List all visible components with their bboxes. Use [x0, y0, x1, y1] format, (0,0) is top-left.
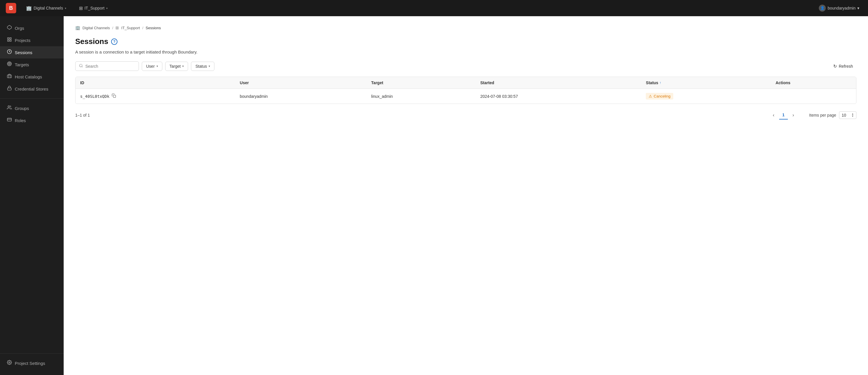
svg-rect-1	[7, 38, 9, 39]
session-target-cell: linux_admin	[367, 89, 476, 104]
session-id-cell: s_40SL0txQDk	[75, 89, 235, 104]
status-filter-button[interactable]: Status ▾	[191, 62, 214, 71]
sidebar-item-roles-label: Roles	[15, 118, 26, 123]
col-header-target: Target	[367, 77, 476, 89]
org-icon: 🏢	[26, 5, 32, 11]
sidebar-item-projects[interactable]: Projects	[0, 34, 64, 46]
search-box[interactable]	[75, 61, 139, 71]
svg-rect-10	[7, 88, 11, 90]
svg-rect-3	[7, 40, 9, 41]
topnav: B 🏢 Digital Channels ▾ ⊞ IT_Support ▾ 👤 …	[0, 0, 868, 16]
breadcrumb-sep-1: /	[112, 26, 114, 30]
target-filter-button[interactable]: Target ▾	[165, 62, 188, 71]
user-filter-button[interactable]: User ▾	[142, 62, 162, 71]
sidebar-item-groups-label: Groups	[15, 106, 29, 111]
sidebar-item-targets[interactable]: Targets	[0, 58, 64, 71]
project-chevron-icon: ▾	[106, 7, 107, 10]
sidebar-item-host-catalogs[interactable]: Host Catalogs	[0, 71, 64, 83]
orgs-icon	[7, 25, 12, 31]
prev-page-button[interactable]: ‹	[769, 111, 778, 120]
sidebar-item-credential-stores-label: Credential Stores	[15, 87, 48, 91]
search-icon	[79, 64, 83, 69]
user-avatar-icon: 👤	[819, 5, 826, 11]
warning-icon: ⚠	[649, 94, 652, 98]
table-header-row: ID User Target Started Status ↑ Actions	[75, 77, 856, 89]
user-label: boundaryadmin	[828, 6, 856, 10]
host-catalogs-icon	[7, 73, 12, 80]
sidebar-item-orgs-label: Orgs	[15, 26, 24, 31]
current-page-number[interactable]: 1	[779, 111, 788, 120]
next-page-button[interactable]: ›	[789, 111, 798, 120]
sidebar-item-projects-label: Projects	[15, 38, 30, 43]
page-description: A session is a connection to a target in…	[75, 50, 857, 54]
org-label: Digital Channels	[34, 6, 63, 10]
svg-point-14	[9, 362, 10, 363]
sidebar-item-roles[interactable]: Roles	[0, 114, 64, 126]
project-label: IT_Support	[85, 6, 104, 10]
pagination-range: 1–1 of 1	[75, 113, 90, 118]
svg-point-7	[8, 63, 11, 65]
refresh-button[interactable]: ↻ Refresh	[830, 62, 857, 71]
copy-icon[interactable]	[112, 93, 116, 99]
user-filter-label: User	[146, 64, 155, 69]
pagination: 1–1 of 1 ‹ 1 › Items per page 10 ▲ ▼	[75, 111, 857, 120]
items-per-page-select[interactable]: 10 ▲ ▼	[839, 112, 857, 119]
items-per-page-stepper[interactable]: ▲ ▼	[851, 113, 854, 118]
sidebar-item-sessions-label: Sessions	[15, 50, 32, 55]
col-header-started: Started	[476, 77, 641, 89]
svg-rect-4	[10, 40, 11, 41]
groups-icon	[7, 105, 12, 112]
user-menu[interactable]: 👤 boundaryadmin ▾	[816, 3, 862, 13]
col-header-status[interactable]: Status ↑	[641, 77, 771, 89]
breadcrumb-sep-2: /	[142, 26, 144, 30]
status-filter-chevron-icon: ▾	[209, 65, 210, 68]
session-user-cell: boundaryadmin	[235, 89, 367, 104]
breadcrumb-current: Sessions	[146, 26, 161, 30]
sidebar-item-host-catalogs-label: Host Catalogs	[15, 74, 42, 79]
org-selector[interactable]: 🏢 Digital Channels ▾	[23, 4, 69, 13]
status-filter-label: Status	[195, 64, 207, 69]
project-settings-icon	[7, 360, 12, 366]
user-filter-chevron-icon: ▾	[157, 65, 158, 68]
sidebar-item-orgs[interactable]: Orgs	[0, 22, 64, 34]
page-title: Sessions	[75, 37, 108, 46]
sidebar-item-credential-stores[interactable]: Credential Stores	[0, 83, 64, 95]
breadcrumb-org-link[interactable]: Digital Channels	[83, 26, 110, 30]
session-actions-cell	[771, 89, 856, 104]
project-selector[interactable]: ⊞ IT_Support ▾	[76, 4, 111, 13]
sidebar-item-sessions[interactable]: Sessions	[0, 46, 64, 58]
app-logo: B	[6, 3, 16, 13]
session-started-cell: 2024-07-08 03:30:57	[476, 89, 641, 104]
help-icon[interactable]: ?	[111, 38, 118, 45]
page-header: Sessions ?	[75, 37, 857, 46]
status-sort-arrow-icon: ↑	[659, 81, 661, 85]
sessions-icon	[7, 49, 12, 56]
sidebar-item-groups[interactable]: Groups	[0, 102, 64, 114]
items-per-page-value: 10	[842, 113, 846, 118]
project-icon: ⊞	[79, 5, 83, 11]
sidebar-item-project-settings-label: Project Settings	[15, 361, 45, 366]
svg-line-16	[82, 67, 83, 67]
org-chevron-icon: ▾	[65, 7, 66, 10]
sidebar-item-project-settings[interactable]: Project Settings	[0, 357, 64, 369]
col-header-actions: Actions	[771, 77, 856, 89]
target-filter-label: Target	[169, 64, 181, 69]
refresh-label: Refresh	[839, 64, 853, 69]
items-per-page-control: Items per page 10 ▲ ▼	[809, 112, 857, 119]
status-label: Canceling	[654, 94, 671, 98]
sidebar: Orgs Projects Sessions Targets Host Cata…	[0, 16, 64, 375]
targets-icon	[7, 61, 12, 68]
search-input[interactable]	[85, 64, 132, 69]
projects-icon	[7, 37, 12, 43]
session-status-cell: ⚠ Canceling	[641, 89, 771, 104]
svg-marker-0	[7, 25, 11, 29]
status-badge: ⚠ Canceling	[646, 93, 673, 99]
col-header-id: ID	[75, 77, 235, 89]
refresh-icon: ↻	[833, 64, 837, 69]
credential-stores-icon	[7, 86, 12, 92]
breadcrumb-project-link[interactable]: IT_Support	[121, 26, 140, 30]
svg-point-15	[80, 64, 82, 67]
svg-point-11	[8, 105, 10, 107]
breadcrumb: 🏢 Digital Channels / ⊞ IT_Support / Sess…	[75, 26, 857, 30]
main-content: 🏢 Digital Channels / ⊞ IT_Support / Sess…	[64, 16, 868, 375]
